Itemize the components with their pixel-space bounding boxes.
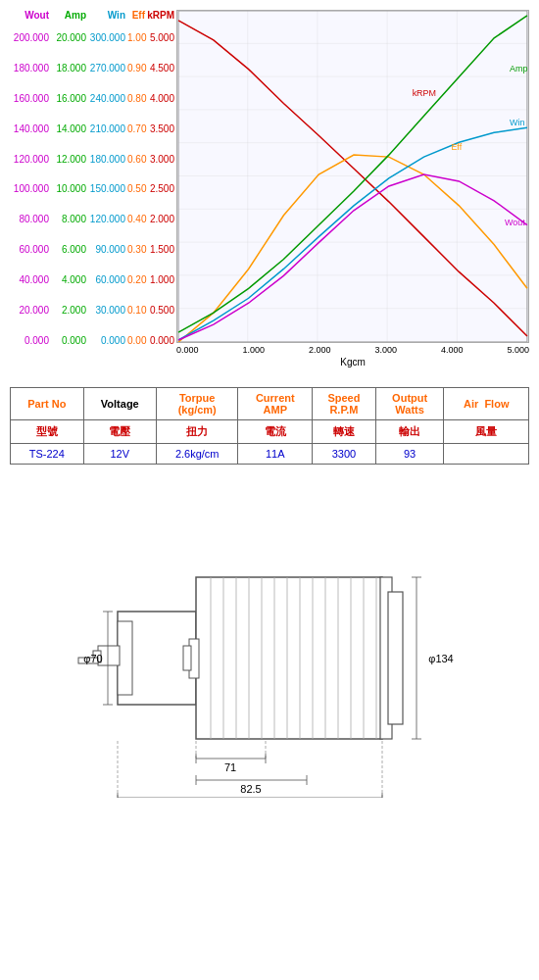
y-row-3: 140.000 14.000 210.000 0.70 3.500: [10, 114, 176, 144]
y-row-5: 100.000 10.000 150.000 0.50 2.500: [10, 174, 176, 205]
y-row-2: 160.000 16.000 240.000 0.80 4.000: [10, 83, 176, 114]
y-header-amp: Amp: [51, 10, 88, 21]
svg-rect-44: [183, 646, 191, 670]
th-jp-speed: 轉速: [313, 420, 376, 444]
x-label-4: 4.000: [441, 345, 464, 355]
th-jp-current: 電流: [238, 420, 313, 444]
td-output: 93: [375, 444, 444, 465]
diagram-svg: φ70 φ134 71: [59, 494, 480, 798]
td-torpue: 2.6kg/cm: [156, 444, 238, 465]
th-current: CurrentAMP: [238, 388, 313, 420]
y-row-9: 20.000 2.000 30.000 0.10 0.500: [10, 295, 176, 325]
w82-label: 82.5: [240, 783, 261, 795]
y-header-win: Win: [88, 10, 127, 21]
y-header-krpm: kRPM: [147, 10, 176, 21]
chart-svg: Amp Win Wout Eff kRPM: [176, 10, 529, 343]
th-jp-torpue: 扭力: [156, 420, 238, 444]
y-row-6: 80.000 8.000 120.000 0.40 2.000: [10, 204, 176, 234]
td-current: 11A: [238, 444, 313, 465]
th-jp-output: 輸出: [375, 420, 444, 444]
y-row-8: 40.000 4.000 60.000 0.20 1.000: [10, 265, 176, 295]
specs-table: Part No Voltage Torpue(kg/cm) CurrentAMP…: [10, 387, 529, 465]
w71-label: 71: [224, 761, 236, 773]
table-header-jp: 型號 電壓 扭力 電流 轉速 輸出 風量: [11, 420, 529, 444]
eff-label: Eff: [451, 142, 462, 152]
x-label-2: 2.000: [309, 345, 331, 355]
krpm-label: kRPM: [413, 88, 436, 98]
th-airflow: Air Flow: [444, 388, 529, 420]
y-row-7: 60.000 6.000 90.000 0.30 1.500: [10, 234, 176, 265]
th-voltage: Voltage: [83, 388, 156, 420]
x-label-1: 1.000: [242, 345, 265, 355]
td-airflow: [444, 444, 529, 465]
svg-rect-10: [196, 577, 382, 739]
td-voltage: 12V: [83, 444, 156, 465]
svg-rect-26: [388, 592, 403, 724]
win-label: Win: [510, 118, 524, 127]
th-jp-voltage: 電壓: [83, 420, 156, 444]
th-output: OutputWatts: [375, 388, 444, 420]
x-axis-label: Kgcm: [176, 357, 529, 368]
diagram-section: φ70 φ134 71: [0, 474, 539, 817]
x-label-0: 0.000: [176, 345, 199, 355]
table-row: TS-224 12V 2.6kg/cm 11A 3300 93: [11, 444, 529, 465]
th-torpue: Torpue(kg/cm): [156, 388, 238, 420]
x-label-3: 3.000: [374, 345, 397, 355]
x-label-5: 5.000: [507, 345, 529, 355]
td-speed: 3300: [313, 444, 376, 465]
d134-label: φ134: [428, 653, 454, 664]
y-row-10: 0.000 0.000 0.000 0.00 0.000: [10, 325, 176, 356]
table-header-en: Part No Voltage Torpue(kg/cm) CurrentAMP…: [11, 388, 529, 420]
y-row-0: 200.000 20.000 300.000 1.00 5.000: [10, 23, 176, 53]
y-row-4: 120.000 12.000 180.000 0.60 3.000: [10, 144, 176, 174]
th-speed: SpeedR.P.M: [313, 388, 376, 420]
th-jp-partno: 型號: [11, 420, 84, 444]
y-header-eff: Eff: [127, 10, 147, 21]
th-partno: Part No: [11, 388, 84, 420]
chart-section: Wout Amp Win Eff kRPM 200.000 20.000 300…: [0, 0, 539, 372]
d70-label: φ70: [83, 653, 102, 664]
y-row-1: 180.000 18.000 270.000 0.90 4.500: [10, 53, 176, 83]
th-jp-airflow: 風量: [444, 420, 529, 444]
y-header-wout: Wout: [10, 10, 51, 21]
amp-label: Amp: [510, 64, 527, 74]
table-section: Part No Voltage Torpue(kg/cm) CurrentAMP…: [0, 372, 539, 474]
wout-label: Wout: [505, 218, 525, 227]
td-partno: TS-224: [11, 444, 84, 465]
